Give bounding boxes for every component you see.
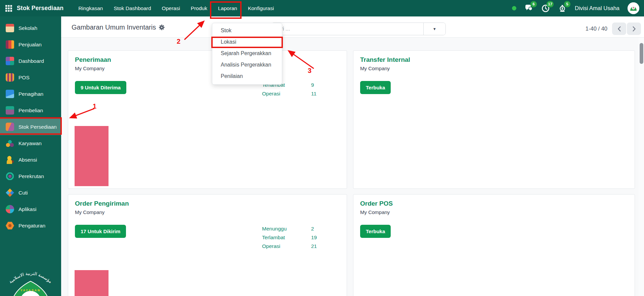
card-title-link[interactable]: Transfer Internal: [360, 56, 628, 64]
apps-grid-icon[interactable]: [5, 5, 12, 12]
card-order-pengiriman: Order Pengiriman My Company 17 Untuk Dik…: [68, 194, 347, 296]
cuti-app-icon: [6, 188, 14, 197]
vertical-scrollbar-thumb[interactable]: [640, 43, 643, 64]
card-title-link[interactable]: Order Pengiriman: [75, 200, 340, 207]
annotation-step-2: 2: [177, 38, 180, 45]
card-penerimaan: Penerimaan My Company 9 Untuk Diterima T…: [68, 50, 347, 189]
sidebar-item-pembelian[interactable]: Pembelian: [0, 102, 61, 119]
sidebar-item-label: Karyawan: [18, 140, 42, 146]
requests-button[interactable]: 5: [558, 4, 567, 13]
karyawan-app-icon: [6, 139, 14, 147]
card-transfer-internal: Transfer Internal My Company Terbuka: [353, 50, 635, 189]
card-company: My Company: [360, 66, 628, 71]
top-navbar: Stok Persediaan Ringkasan Stok Dashboard…: [0, 0, 644, 16]
nav-menu: Ringkasan Stok Dashboard Operasi Produk …: [78, 5, 274, 11]
menu-item-penilaian[interactable]: Penilaian: [212, 71, 282, 82]
app-title: Stok Persediaan: [17, 5, 63, 12]
online-status-dot: [512, 6, 516, 10]
graph-bar: [75, 126, 109, 186]
graph-bar: [75, 270, 109, 296]
menu-item-analisis-pergerakkan[interactable]: Analisis Pergerakkan: [212, 59, 282, 71]
pager-previous-button[interactable]: [612, 23, 626, 35]
vertical-scrollbar-track[interactable]: [639, 38, 644, 296]
chevron-right-icon: [632, 26, 636, 32]
nav-item-stok-dashboard[interactable]: Stok Dashboard: [114, 5, 151, 11]
stat-operasi[interactable]: Operasi11: [262, 89, 326, 98]
sidebar-item-karyawan[interactable]: Karyawan: [0, 135, 61, 152]
card-title-link[interactable]: Order POS: [360, 200, 628, 207]
sidebar-item-perekrutan[interactable]: Perekrutan: [0, 168, 61, 184]
search-input[interactable]: [271, 23, 423, 35]
untuk-diterima-button[interactable]: 9 Untuk Diterima: [75, 81, 126, 94]
pager-range: 1-40 / 40: [586, 26, 607, 32]
sidebar-item-label: Pengaturan: [18, 223, 45, 229]
stat-value: 9: [311, 82, 314, 88]
untuk-dikirim-button[interactable]: 17 Untuk Dikirim: [75, 225, 126, 238]
gear-icon[interactable]: [159, 25, 165, 30]
stat-value: 2: [311, 226, 314, 232]
svg-text:DQI: DQI: [22, 295, 39, 296]
pos-app-icon: [6, 73, 14, 82]
sidebar-item-penagihan[interactable]: Penagihan: [0, 86, 61, 102]
absensi-app-icon: [6, 156, 14, 164]
activities-button[interactable]: 17: [541, 4, 550, 13]
menu-item-sejarah-pergerakkan[interactable]: Sejarah Pergerakkan: [212, 48, 282, 59]
user-avatar[interactable]: [628, 2, 639, 14]
search-bar: ▼: [271, 23, 446, 35]
sidebar-item-dashboard[interactable]: Dashboard: [0, 53, 61, 69]
sidebar-item-sekolah[interactable]: Sekolah: [0, 20, 61, 36]
sidebar-item-pos[interactable]: POS: [0, 69, 61, 86]
messages-badge: 6: [530, 1, 537, 7]
sidebar-item-absensi[interactable]: Absensi: [0, 152, 61, 168]
menu-item-lokasi[interactable]: Lokasi: [212, 36, 282, 48]
nav-item-produk[interactable]: Produk: [191, 5, 207, 11]
dashboard-app-icon: [6, 57, 14, 65]
nav-right-cluster: 6 17 5 Divisi Amal Usaha: [512, 2, 639, 14]
nav-item-laporan[interactable]: Laporan: [218, 5, 237, 11]
breadcrumb: Gambaran Umum Inventaris: [72, 24, 165, 31]
sidebar-item-cuti[interactable]: Cuti: [0, 184, 61, 201]
card-title-link[interactable]: Penerimaan: [75, 56, 340, 64]
terbuka-button[interactable]: Terbuka: [360, 81, 391, 94]
control-panel: Gambaran Umum Inventaris ▼ 1-40 / 40: [61, 16, 644, 38]
stat-value: 11: [311, 91, 316, 97]
sidebar-item-label: Stok Persediaan: [18, 124, 57, 130]
perekrutan-app-icon: [6, 172, 14, 180]
sidebar-item-aplikasi[interactable]: Aplikasi: [0, 201, 61, 217]
stat-value: 21: [311, 243, 317, 249]
aplikasi-app-icon: [6, 205, 14, 213]
stok-persediaan-app-icon: [6, 123, 14, 131]
messages-button[interactable]: 6: [524, 4, 533, 13]
penjualan-app-icon: [6, 40, 14, 49]
sidebar-item-pengaturan[interactable]: Pengaturan: [0, 217, 61, 234]
activities-badge: 17: [547, 1, 554, 7]
company-switcher[interactable]: Divisi Amal Usaha: [575, 5, 619, 11]
sidebar-item-label: Cuti: [18, 190, 28, 196]
nav-item-operasi[interactable]: Operasi: [162, 5, 180, 11]
sidebar-item-label: Pembelian: [18, 108, 43, 114]
pager-next-button[interactable]: [627, 23, 641, 35]
card-order-pos: Order POS My Company Terbuka: [353, 194, 635, 296]
sidebar-item-label: Penagihan: [18, 91, 43, 97]
sidebar: Sekolah Penjualan Dashboard POS Penagiha…: [0, 16, 61, 296]
laporan-dropdown-menu: Stok Lokasi Sejarah Pergerakkan Analisis…: [212, 23, 282, 85]
stat-operasi[interactable]: Operasi21: [262, 242, 326, 251]
sidebar-item-label: Aplikasi: [18, 206, 36, 212]
sidebar-item-stok-persediaan[interactable]: Stok Persediaan: [0, 119, 61, 135]
pager: 1-40 / 40: [586, 23, 641, 35]
sidebar-item-label: Perekrutan: [18, 173, 44, 179]
caret-down-icon: ▼: [433, 27, 436, 31]
card-stats: Menunggu2 Terlambat19 Operasi21: [262, 224, 326, 251]
menu-item-stok[interactable]: Stok: [212, 25, 282, 36]
terbuka-button[interactable]: Terbuka: [360, 225, 391, 238]
stat-value: 19: [311, 235, 317, 241]
stat-menunggu[interactable]: Menunggu2: [262, 224, 326, 233]
search-filter-toggle[interactable]: ▼: [423, 23, 445, 35]
penagihan-app-icon: [6, 90, 14, 98]
nav-item-ringkasan[interactable]: Ringkasan: [78, 5, 103, 11]
sidebar-item-label: POS: [18, 75, 30, 81]
sidebar-item-label: Dashboard: [18, 58, 44, 64]
nav-item-konfigurasi[interactable]: Konfigurasi: [248, 5, 274, 11]
sidebar-item-penjualan[interactable]: Penjualan: [0, 36, 61, 53]
stat-terlambat[interactable]: Terlambat19: [262, 233, 326, 242]
